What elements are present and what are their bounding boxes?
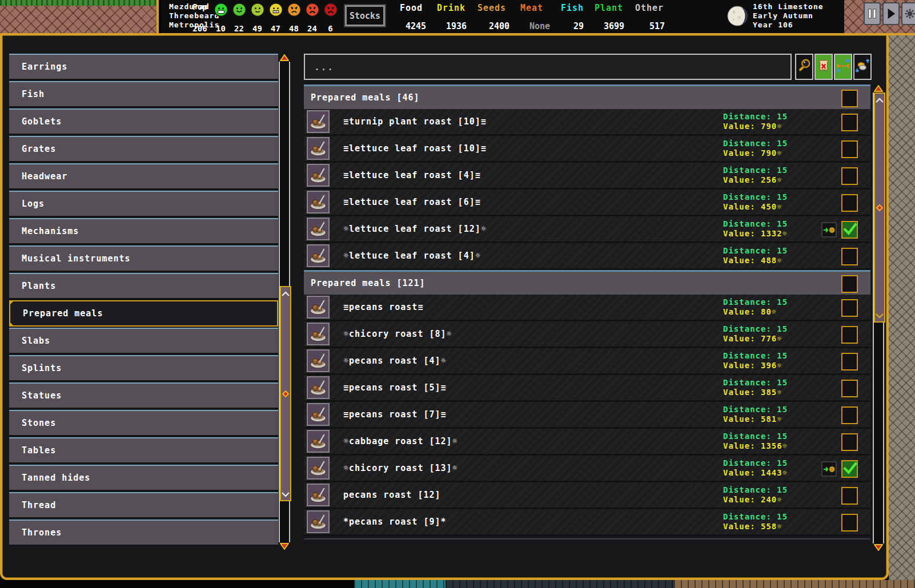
item-select-checkbox[interactable]: [841, 514, 858, 531]
sidebar-item-headwear[interactable]: Headwear: [9, 163, 278, 190]
item-select-checkbox[interactable]: [841, 221, 858, 239]
group-header[interactable]: Prepared meals [121]: [304, 270, 870, 295]
item-row[interactable]: ≡lettuce leaf roast [4]≡Distance: 15Valu…: [304, 163, 870, 190]
sidebar-item-splints[interactable]: Splints: [9, 355, 278, 381]
item-row[interactable]: ≡lettuce leaf roast [6]≡Distance: 15Valu…: [304, 190, 870, 216]
sidebar-item-statues[interactable]: Statues: [9, 382, 278, 409]
item-select-checkbox[interactable]: [841, 380, 858, 397]
sidebar-item-thread[interactable]: Thread: [9, 492, 278, 518]
sidebar-item-label: Plants: [22, 281, 56, 291]
item-row[interactable]: ≡turnip plant roast [10]≡Distance: 15Val…: [304, 109, 870, 136]
item-row[interactable]: pecans roast [12]Distance: 15Value: 240☼: [304, 482, 870, 509]
search-input[interactable]: [304, 54, 792, 80]
sidebar-item-grates[interactable]: Grates: [9, 136, 278, 162]
scrollbar-track[interactable]: [873, 92, 884, 543]
item-select-checkbox[interactable]: [841, 487, 858, 505]
list-end-divider: [304, 538, 870, 539]
item-row[interactable]: ☼pecans roast [4]☼Distance: 15Value: 396…: [304, 348, 870, 375]
thumb-chevron-up-icon: [876, 94, 884, 105]
scroll-down-button[interactable]: [873, 543, 884, 551]
item-row[interactable]: ≡pecans roast [7]≡Distance: 15Value: 581…: [304, 402, 870, 429]
pause-button[interactable]: [864, 2, 881, 25]
sidebar-item-plants[interactable]: Plants: [9, 273, 278, 299]
scroll-up-button[interactable]: [279, 54, 290, 62]
sort-distance-button[interactable]: [834, 54, 852, 80]
scroll-up-button[interactable]: [873, 84, 884, 92]
happiness-angry[interactable]: 24: [304, 2, 320, 33]
checkmark-icon: [842, 461, 857, 478]
item-row[interactable]: ☼lettuce leaf roast [12]☼Distance: 15Val…: [304, 216, 870, 243]
item-select-checkbox[interactable]: [841, 194, 858, 212]
ecstatic-face-icon: [214, 2, 228, 19]
sidebar-item-earrings[interactable]: Earrings: [9, 54, 278, 80]
thumb-chevron-down-icon: [876, 310, 884, 321]
settings-gear-button[interactable]: [901, 2, 915, 25]
scroll-down-button[interactable]: [279, 542, 290, 550]
group-select-checkbox[interactable]: [841, 90, 858, 107]
sidebar-item-fish[interactable]: Fish: [9, 81, 278, 107]
item-select-checkbox[interactable]: [841, 326, 858, 344]
item-row[interactable]: *pecans roast [9]*Distance: 15Value: 558…: [304, 509, 870, 536]
prepared-meal-icon: [307, 191, 330, 214]
item-select-checkbox[interactable]: [841, 140, 858, 158]
sidebar-item-tables[interactable]: Tables: [9, 437, 278, 464]
sidebar-item-thrones[interactable]: Thrones: [9, 519, 278, 546]
prepared-meal-icon: [307, 110, 330, 133]
item-value: Value: 396☼: [723, 361, 788, 370]
scrollbar-track[interactable]: [279, 62, 290, 542]
item-row[interactable]: ≡pecans roast [5]≡Distance: 15Value: 385…: [304, 375, 870, 402]
item-row[interactable]: ☼lettuce leaf roast [4]☼Distance: 15Valu…: [304, 243, 870, 270]
item-stats: Distance: 15Value: 396☼: [723, 351, 788, 370]
item-stats: Distance: 15Value: 581☼: [723, 405, 788, 424]
item-row[interactable]: ☼cabbage roast [12]☼Distance: 15Value: 1…: [304, 429, 870, 456]
item-stats: Distance: 15Value: 1332☼: [723, 219, 788, 239]
happiness-happy[interactable]: 22: [231, 2, 247, 33]
item-distance: Distance: 15: [723, 297, 788, 307]
item-select-checkbox[interactable]: [841, 299, 858, 317]
scrollbar-thumb[interactable]: [280, 286, 291, 501]
sort-value-button[interactable]: [853, 54, 872, 80]
sidebar-item-slabs[interactable]: Slabs: [9, 328, 278, 354]
scrollbar-thumb[interactable]: [874, 92, 885, 323]
sidebar-item-stones[interactable]: Stones: [9, 410, 278, 436]
sidebar-item-label: Splints: [22, 363, 62, 373]
item-select-checkbox[interactable]: [841, 406, 858, 424]
sidebar-item-logs[interactable]: Logs: [9, 191, 278, 217]
item-select-checkbox[interactable]: [841, 167, 858, 185]
item-distance: Distance: 15: [723, 458, 788, 468]
item-row[interactable]: ≡pecans roast≡Distance: 15Value: 80☼: [304, 295, 870, 321]
stocks-tab-button[interactable]: Stocks: [345, 5, 385, 26]
item-select-checkbox[interactable]: [841, 460, 858, 478]
group-header[interactable]: Prepared meals [46]: [304, 84, 870, 109]
sidebar-item-musical-instruments[interactable]: Musical instruments: [9, 245, 278, 272]
item-distance: Distance: 15: [723, 351, 788, 361]
search-filter-button[interactable]: [795, 54, 813, 80]
list-scrollbar[interactable]: [873, 84, 884, 551]
prepared-meal-icon: [307, 244, 330, 267]
sidebar-item-goblets[interactable]: Goblets: [9, 108, 278, 135]
dwarf-fortress-stocks-screen: Mezdurad Threebeard Metropolis Pop 206 1…: [0, 0, 915, 588]
item-row[interactable]: ≡lettuce leaf roast [10]≡Distance: 15Val…: [304, 136, 870, 163]
item-select-checkbox[interactable]: [841, 248, 858, 265]
happiness-enraged[interactable]: 6: [323, 2, 338, 33]
happiness-unhappy[interactable]: 48: [286, 2, 302, 33]
sidebar-item-prepared-meals[interactable]: Prepared meals: [9, 300, 278, 327]
happiness-content[interactable]: 49: [250, 2, 265, 33]
item-row[interactable]: ☼chicory roast [13]☼Distance: 15Value: 1…: [304, 456, 870, 482]
group-select-checkbox[interactable]: [841, 275, 858, 293]
resource-label: Food: [400, 3, 427, 13]
item-select-checkbox[interactable]: [841, 353, 858, 370]
map-filter-button[interactable]: [814, 54, 833, 80]
item-select-checkbox[interactable]: [841, 114, 858, 131]
sidebar-scrollbar[interactable]: [279, 54, 290, 550]
item-select-checkbox[interactable]: [841, 433, 858, 451]
sidebar-item-tanned-hides[interactable]: Tanned hides: [9, 465, 278, 491]
happiness-ecstatic[interactable]: 10: [213, 2, 228, 33]
happiness-fine[interactable]: 47: [268, 2, 283, 33]
item-name: *pecans roast [9]*: [343, 517, 447, 527]
play-button[interactable]: [882, 2, 900, 25]
population-label: Pop: [192, 2, 207, 11]
sidebar-item-mechanisms[interactable]: Mechanisms: [9, 218, 278, 244]
item-stats: Distance: 15Value: 240☼: [723, 485, 788, 505]
item-row[interactable]: ☼chicory roast [8]☼Distance: 15Value: 77…: [304, 321, 870, 348]
